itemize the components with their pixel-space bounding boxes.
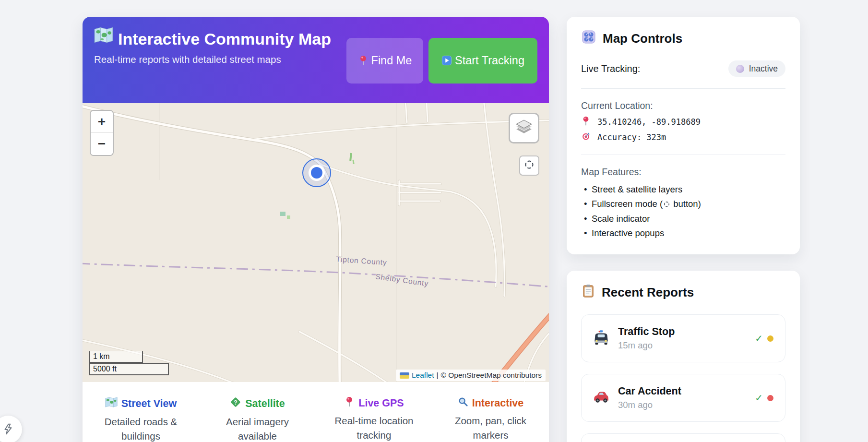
scale-control: 1 km 5000 ft	[89, 351, 169, 375]
feature-title: Satellite	[245, 398, 285, 410]
recent-reports-title: Recent Reports	[602, 285, 694, 300]
accuracy-value: Accuracy: 323m	[597, 132, 666, 142]
county-label-bottom: Shelby County	[375, 272, 429, 287]
zoom-out-button[interactable]: −	[91, 133, 113, 155]
leaflet-map[interactable]: Tipton County Shelby County + −	[83, 103, 549, 382]
map-feature-item: Scale indicator	[581, 212, 785, 226]
report-title: Car Accident	[618, 385, 746, 397]
leaflet-link[interactable]: Leaflet	[412, 371, 434, 380]
marker-ring	[309, 165, 325, 181]
clipboard-icon	[581, 283, 595, 302]
layers-control[interactable]	[509, 113, 539, 143]
world-map-icon	[94, 26, 113, 46]
current-location-label: Current Location:	[581, 100, 785, 111]
police-car-icon	[593, 329, 609, 347]
feature-description: Aerial imagery available	[210, 415, 306, 442]
feature-satellite: ? Satellite Aerial imagery available	[199, 396, 316, 442]
feature-title: Street View	[121, 398, 177, 410]
scale-metric: 1 km	[89, 351, 143, 363]
report-status: ✓	[755, 333, 773, 344]
round-pushpin-icon	[344, 396, 355, 410]
find-me-button[interactable]: Find Me	[346, 38, 423, 84]
report-time: 15m ago	[618, 340, 746, 351]
feature-description: Zoom, pan, click markers	[443, 414, 539, 442]
map-feature-item: Street & satellite layers	[581, 182, 785, 197]
target-icon	[581, 131, 591, 143]
report-item-suspicious-activity[interactable]: Suspicious Activity 45m ago	[581, 433, 785, 442]
report-item-traffic-stop[interactable]: Traffic Stop 15m ago ✓	[581, 314, 785, 362]
divider	[581, 155, 785, 155]
live-tracking-label: Live Tracking:	[581, 63, 640, 74]
check-icon: ✓	[755, 392, 763, 404]
status-dot-icon	[767, 395, 773, 401]
svg-text:?: ?	[234, 399, 238, 406]
zoom-in-button[interactable]: +	[91, 111, 113, 133]
ukraine-flag-icon	[400, 372, 409, 379]
zoom-control: + −	[90, 110, 114, 156]
marker-dot	[311, 167, 322, 179]
features-bar: Street View Detailed roads & buildings ?…	[83, 382, 549, 442]
report-status: ✓	[755, 392, 773, 404]
osm-attribution: © OpenStreetMap contributors	[441, 371, 542, 380]
start-tracking-button[interactable]: Start Tracking	[428, 38, 537, 84]
feature-title: Interactive	[472, 397, 524, 409]
fullscreen-icon	[663, 200, 670, 210]
map-features-list: Street & satellite layers Fullscreen mod…	[581, 182, 785, 240]
map-feature-item: Interactive popups	[581, 226, 785, 240]
feature-title: Live GPS	[358, 397, 404, 409]
accuracy-row: Accuracy: 323m	[581, 131, 785, 143]
tracking-status-text: Inactive	[749, 64, 778, 74]
feature-street-view: Street View Detailed roads & buildings	[83, 396, 199, 442]
divider	[581, 88, 785, 89]
recent-reports-card: Recent Reports Traffic Stop 15m ago	[567, 271, 800, 442]
tracking-status-toggle[interactable]: Inactive	[728, 60, 785, 77]
map-controls-card: Map Controls Live Tracking: Inactive Cur…	[567, 17, 800, 254]
round-pushpin-icon	[358, 53, 371, 68]
status-dot-icon	[736, 65, 744, 73]
street-map-icon	[105, 396, 118, 411]
status-dot-icon	[767, 335, 773, 342]
report-title: Traffic Stop	[618, 326, 746, 338]
start-tracking-label: Start Tracking	[455, 53, 524, 68]
map-feature-item: Fullscreen mode ( button)	[581, 197, 785, 212]
map-attribution: Leaflet | © OpenStreetMap contributors	[396, 370, 546, 381]
feature-description: Detailed roads & buildings	[93, 415, 189, 442]
check-icon: ✓	[755, 333, 763, 344]
scale-imperial: 5000 ft	[89, 363, 169, 375]
coordinates-row: 35.410246, -89.918689	[581, 116, 785, 128]
attribution-separator: |	[437, 371, 439, 380]
basemap-tiles: Tipton County Shelby County	[83, 103, 549, 382]
feature-live-gps: Live GPS Real-time location tracking	[316, 396, 432, 442]
car-icon	[593, 389, 609, 407]
county-label-top: Tipton County	[336, 255, 387, 266]
map-header: Interactive Community Map Real-time repo…	[83, 17, 549, 103]
feature-description: Real-time location tracking	[326, 414, 422, 442]
feature-interactive: Interactive Zoom, pan, click markers	[432, 396, 549, 442]
replacement-character-icon: ?	[230, 396, 241, 411]
map-features-label: Map Features:	[581, 167, 785, 178]
current-location-marker[interactable]	[302, 158, 331, 187]
report-item-car-accident[interactable]: Car Accident 30m ago ✓	[581, 374, 785, 422]
play-icon	[441, 53, 455, 68]
sidebar: Map Controls Live Tracking: Inactive Cur…	[567, 17, 800, 442]
lightning-bolt-icon	[2, 423, 14, 437]
page-title: Interactive Community Map	[118, 30, 331, 48]
magnifier-icon	[458, 396, 468, 410]
map-card: Interactive Community Map Real-time repo…	[83, 17, 549, 442]
map-controls-title: Map Controls	[603, 31, 682, 46]
layers-icon	[515, 119, 533, 137]
report-time: 30m ago	[618, 400, 746, 410]
lightning-bolt-button[interactable]	[0, 416, 22, 442]
fullscreen-icon	[523, 159, 535, 172]
control-knobs-icon	[581, 29, 596, 48]
coordinates-value: 35.410246, -89.918689	[597, 117, 701, 127]
fullscreen-button[interactable]	[519, 155, 539, 176]
find-me-label: Find Me	[371, 53, 412, 68]
round-pushpin-icon	[581, 116, 591, 128]
